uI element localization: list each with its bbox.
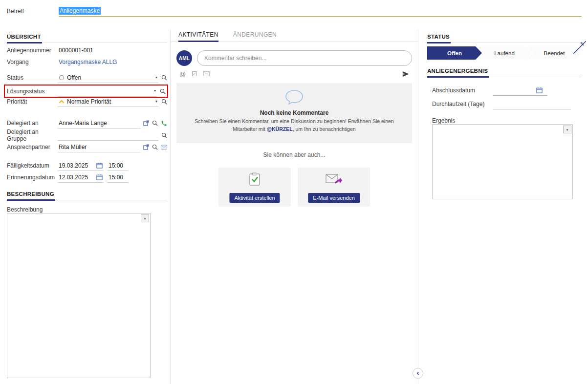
chevron-down-icon: ▾ (144, 217, 146, 220)
ergebnis-dropdown-button[interactable]: ▾ (563, 126, 571, 133)
ergebnis-label: Ergebnis (432, 117, 455, 124)
status-header: STATUS (425, 30, 582, 43)
avatar: AML (176, 50, 192, 66)
overview-title: ÜBERSICHT (7, 34, 42, 43)
pencil-icon: ✎ (580, 41, 585, 47)
search-icon[interactable] (152, 120, 158, 126)
comments-empty-state: Noch keine Kommentare Schreiben Sie eine… (176, 83, 412, 143)
field-delegiert-an-gruppe: Delegiert an Gruppe (5, 130, 167, 141)
status-select[interactable]: Offen ▾ (58, 72, 158, 83)
ansprechpartner-input[interactable]: Rita Müller (58, 142, 140, 152)
chevron-down-icon[interactable]: ▾ (155, 100, 157, 104)
tab-aenderungen[interactable]: ÄNDERUNGEN (233, 31, 277, 42)
create-activity-card[interactable]: Aktivität erstellen (218, 168, 291, 207)
chevron-down-icon[interactable]: ▾ (155, 76, 157, 80)
clipboard-check-icon (248, 172, 261, 186)
calendar-icon[interactable] (96, 174, 103, 180)
result-title: ANLIEGENERGEBNIS (427, 68, 489, 78)
beschreibung-textarea[interactable]: ▾ (7, 213, 151, 378)
ansprechpartner-value: Rita Müller (59, 144, 87, 150)
email-icon[interactable] (161, 145, 167, 150)
priority-normal-icon (59, 100, 65, 104)
note-icon[interactable] (192, 71, 197, 77)
search-icon[interactable] (152, 144, 158, 150)
search-icon[interactable] (160, 88, 166, 94)
loesungsstatus-select[interactable]: ▾ (58, 85, 157, 97)
field-loesungsstatus-highlighted: Lösungsstatus ▾ (4, 85, 168, 98)
field-faelligkeitsdatum: Fälligkeitsdatum 19.03.2025 15:00 (5, 160, 167, 171)
phone-icon[interactable] (161, 120, 167, 127)
calendar-icon[interactable] (96, 162, 103, 169)
result-header: ANLIEGENERGEBNIS (425, 64, 582, 77)
abschlussdatum-input[interactable] (493, 85, 547, 96)
suggestion-text: Sie können aber auch... (171, 151, 418, 158)
beschreibung-header: BESCHREIBUNG (5, 188, 167, 200)
search-icon[interactable] (161, 75, 167, 81)
field-status: Status Offen ▾ (5, 72, 167, 83)
erinnerungsdatum-time-input[interactable]: 15:00 (108, 172, 128, 183)
beschreibung-label: Beschreibung (7, 206, 43, 213)
popout-edit-corner[interactable]: ✎ (573, 41, 586, 54)
chevron-down-icon[interactable]: ▾ (154, 89, 156, 93)
open-record-icon[interactable] (143, 120, 149, 126)
chevron-down-icon: ▾ (566, 128, 568, 131)
field-delegiert-an: Delegiert an Anne-Maria Lange (5, 118, 167, 128)
open-record-icon[interactable] (143, 144, 149, 150)
anliegen-detail-page: Betreff Anliegenmaske ÜBERSICHT Anliegen… (0, 0, 588, 384)
faelligkeitsdatum-date-input[interactable]: 19.03.2025 (58, 160, 104, 171)
beschreibung-dropdown-button[interactable]: ▾ (141, 214, 149, 222)
collapse-panel-button[interactable]: ‹ (413, 368, 423, 379)
erinnerungsdatum-date-input[interactable]: 12.03.2025 (58, 172, 104, 183)
vorgang-link[interactable]: Vorgangsmaske ALLG (59, 59, 117, 65)
faelligkeitsdatum-time-input[interactable]: 15:00 (108, 160, 128, 171)
radio-circle-icon (59, 75, 65, 81)
send-email-button[interactable]: E-Mail versenden (308, 193, 360, 203)
tab-aktivitaeten[interactable]: AKTIVITÄTEN (178, 31, 218, 42)
beschreibung-title: BESCHREIBUNG (7, 191, 55, 201)
status-step-offen[interactable]: Offen (427, 46, 482, 60)
mention-kuerzel: @KÜRZEL (267, 126, 293, 132)
search-icon[interactable] (161, 99, 167, 105)
empty-state-caption: Schreiben Sie einen Kommentar, um eine D… (184, 118, 405, 133)
speech-bubble-icon (284, 89, 304, 105)
field-vorgang: Vorgang Vorgangsmaske ALLG (5, 57, 167, 67)
overview-header: ÜBERSICHT (5, 30, 167, 43)
overview-panel: ÜBERSICHT Anliegennummer 0000001-001 Vor… (5, 30, 167, 384)
betreff-input[interactable]: Anliegenmaske (59, 5, 582, 17)
anliegennummer-value: 0000001-001 (59, 47, 93, 54)
activities-tabs: AKTIVITÄTEN ÄNDERUNGEN (171, 29, 418, 42)
status-value: Offen (67, 74, 81, 81)
email-forward-icon (326, 172, 342, 185)
ergebnis-textarea[interactable]: ▾ (432, 124, 573, 199)
mention-icon[interactable]: @ (179, 71, 186, 77)
field-anliegennummer: Anliegennummer 0000001-001 (5, 45, 167, 56)
status-result-panel: STATUS Offen Laufend Beendet ✎ ANLIEGENE… (425, 30, 584, 384)
field-durchlaufzeit: Durchlaufzeit (Tage) (432, 99, 579, 109)
search-icon[interactable] (161, 132, 167, 138)
activities-panel: AKTIVITÄTEN ÄNDERUNGEN AML @ Noch kei (170, 29, 418, 384)
mail-icon[interactable] (203, 71, 210, 76)
status-step-laufend[interactable]: Laufend (477, 46, 532, 60)
betreff-label: Betreff (7, 8, 24, 15)
send-email-card[interactable]: E-Mail versenden (298, 168, 370, 207)
durchlaufzeit-input[interactable] (493, 99, 571, 109)
delegiert-an-gruppe-input[interactable] (58, 130, 158, 141)
field-ansprechpartner: Ansprechpartner Rita Müller (5, 142, 167, 152)
status-title: STATUS (427, 34, 451, 43)
calendar-icon[interactable] (536, 87, 543, 93)
empty-state-title: Noch keine Kommentare (176, 109, 412, 116)
send-icon[interactable] (401, 70, 410, 78)
field-erinnerungsdatum: Erinnerungsdatum 12.03.2025 15:00 (5, 172, 167, 183)
delegiert-an-input[interactable]: Anne-Maria Lange (58, 118, 140, 128)
field-abschlussdatum: Abschlussdatum (432, 85, 579, 96)
betreff-value-selected: Anliegenmaske (59, 7, 101, 15)
prioritaet-value: Normale Priorität (67, 98, 111, 105)
prioritaet-select[interactable]: Normale Priorität ▾ (58, 96, 158, 107)
comment-input[interactable] (197, 50, 412, 66)
delegiert-an-value: Anne-Maria Lange (59, 120, 107, 127)
chevron-left-icon: ‹ (417, 369, 419, 376)
field-prioritaet: Priorität Normale Priorität ▾ (5, 96, 167, 107)
create-activity-button[interactable]: Aktivität erstellen (229, 193, 280, 203)
status-steps: Offen Laufend Beendet (427, 46, 582, 60)
